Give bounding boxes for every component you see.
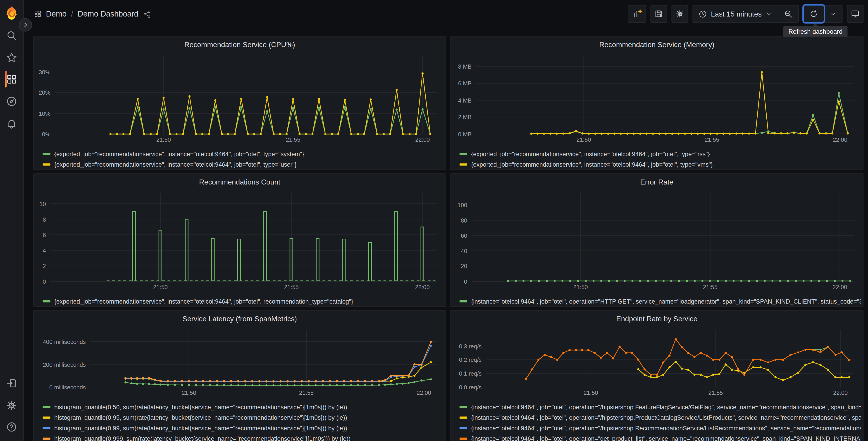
x-axis-label: 22:00 xyxy=(823,389,858,396)
y-axis-label: 0 xyxy=(36,278,46,285)
save-icon xyxy=(654,9,663,18)
cpu-chart[interactable]: 0%10%20%30%21:5021:5522:00 xyxy=(36,51,443,147)
error-rate-chart[interactable]: 02040608010021:5021:5522:00 xyxy=(453,188,861,295)
compass-icon xyxy=(6,96,17,107)
y-axis-label: 8 xyxy=(36,216,46,222)
panel-title[interactable]: Service Latency (from SpanMetrics) xyxy=(34,313,445,325)
legend-item[interactable]: {instance="otelcol:9464", job="otel", op… xyxy=(460,296,861,306)
legend-item[interactable]: histogram_quantile(0.99, sum(rate(latenc… xyxy=(42,423,443,433)
chart-canvas xyxy=(453,325,861,398)
chart-canvas xyxy=(36,51,443,145)
count-pulse xyxy=(211,239,214,281)
dashboard-settings-button[interactable] xyxy=(672,5,688,23)
breadcrumb-section[interactable]: Demo xyxy=(46,9,66,18)
x-axis-label: 21:50 xyxy=(566,136,601,143)
grafana-logo[interactable] xyxy=(4,5,20,21)
y-axis-label: 0% xyxy=(36,130,51,137)
save-dashboard-button[interactable] xyxy=(651,5,667,23)
count-pulse xyxy=(369,242,372,281)
endpoint-rate-chart[interactable]: 0.0 req/s0.1 req/s0.2 req/s0.3 req/s21:5… xyxy=(453,325,861,401)
refresh-dashboard-button[interactable] xyxy=(804,5,824,22)
sidebar-item-starred[interactable] xyxy=(5,51,18,64)
y-axis-label: 0 xyxy=(453,278,467,285)
legend-item[interactable]: {exported_job="recommendationservice", i… xyxy=(460,159,861,169)
clock-icon xyxy=(699,10,707,18)
kiosk-mode-button[interactable] xyxy=(847,5,864,23)
x-axis-label: 21:55 xyxy=(275,136,311,143)
legend: {instance="otelcol:9464", job="otel", op… xyxy=(451,402,863,441)
legend-item[interactable]: {instance="otelcol:9464", job="otel", op… xyxy=(460,402,861,412)
sidebar-item-help[interactable] xyxy=(5,420,18,434)
panel-title[interactable]: Recommendation Service (CPU%) xyxy=(34,39,445,51)
count-chart[interactable]: 024681021:5021:5522:00 xyxy=(36,188,443,295)
panel-title[interactable]: Recommendation Service (Memory) xyxy=(451,39,863,51)
y-axis-label: 40 xyxy=(453,247,467,254)
share-icon[interactable] xyxy=(143,10,151,18)
series-get_product_list xyxy=(526,339,849,379)
panel-title[interactable]: Endpoint Rate by Service xyxy=(451,313,863,325)
expand-sidebar-button[interactable] xyxy=(19,18,32,32)
legend: {instance="otelcol:9464", job="otel", op… xyxy=(451,296,863,306)
time-picker-group: Last 15 minutes xyxy=(693,5,799,23)
legend-label: {instance="otelcol:9464", job="otel", op… xyxy=(471,424,861,431)
legend-item[interactable]: {instance="otelcol:9464", job="otel", op… xyxy=(460,423,861,433)
series-vms xyxy=(531,72,848,134)
panel-title[interactable]: Recommendations Count xyxy=(34,176,445,188)
grafana-app: Demo / Demo Dashboard Last 15 minutes xyxy=(0,0,868,441)
y-axis-label: 4 xyxy=(36,247,46,254)
legend-item[interactable]: histogram_quantile(0.999, sum(rate(laten… xyxy=(42,433,443,441)
sidebar-item-explore[interactable] xyxy=(5,95,18,108)
sidebar-item-dashboards[interactable] xyxy=(5,72,18,86)
breadcrumb-page[interactable]: Demo Dashboard xyxy=(78,9,138,18)
legend-item[interactable]: {exported_job="recommendationservice", i… xyxy=(42,148,443,159)
legend-swatch xyxy=(42,437,50,439)
legend-item[interactable]: histogram_quantile(0.95, sum(rate(latenc… xyxy=(42,412,443,422)
x-axis-label: 21:50 xyxy=(171,389,207,396)
count-pulse xyxy=(185,219,188,281)
y-axis-label: 60 xyxy=(453,232,467,239)
legend-swatch xyxy=(460,416,467,418)
legend-item[interactable]: {exported_job="recommendationservice", i… xyxy=(42,296,443,306)
y-axis-label: 8 MB xyxy=(453,63,471,70)
x-axis-label: 22:00 xyxy=(405,136,440,143)
sidebar-item-alerting[interactable] xyxy=(5,117,18,130)
sign-in-icon xyxy=(6,378,17,389)
chart-canvas xyxy=(453,51,861,145)
y-axis-label: 80 xyxy=(453,217,467,224)
x-axis-label: 21:50 xyxy=(143,284,178,290)
sidebar-item-configuration[interactable] xyxy=(5,399,18,412)
panel-recommendation-cpu: Recommendation Service (CPU%) 0%10%20%30… xyxy=(33,36,446,170)
dashboards-grid-icon xyxy=(6,74,17,85)
zoom-out-time-button[interactable] xyxy=(778,5,798,22)
x-axis-label: 22:00 xyxy=(822,284,858,290)
add-panel-button[interactable] xyxy=(628,5,646,23)
x-axis-label: 21:50 xyxy=(146,136,182,143)
latency-chart[interactable]: 0 milliseconds200 milliseconds400 millis… xyxy=(36,325,443,401)
gear-icon xyxy=(6,400,17,411)
chart-canvas xyxy=(453,188,861,293)
legend-label: {exported_job="recommendationservice", i… xyxy=(54,298,353,304)
legend-swatch xyxy=(460,163,467,165)
legend-item[interactable]: {instance="otelcol:9464", job="otel", op… xyxy=(460,412,861,422)
sidebar-item-search[interactable] xyxy=(5,29,18,42)
legend-item[interactable]: {exported_job="recommendationservice", i… xyxy=(42,159,443,169)
panel-service-latency: Service Latency (from SpanMetrics) 0 mil… xyxy=(33,310,446,441)
sidebar-item-sign-in[interactable] xyxy=(5,377,18,390)
y-axis-label: 6 MB xyxy=(453,80,471,86)
legend-swatch xyxy=(42,153,50,155)
series-p99 xyxy=(126,346,431,381)
legend-swatch xyxy=(42,163,50,165)
sidebar xyxy=(0,0,24,441)
refresh-interval-dropdown[interactable] xyxy=(824,5,842,22)
legend-item[interactable]: histogram_quantile(0.50, sum(rate(latenc… xyxy=(42,402,443,412)
series-p999 xyxy=(126,342,431,381)
legend-item[interactable]: {instance="otelcol:9464", job="otel", op… xyxy=(460,433,861,441)
x-axis-label: 21:55 xyxy=(289,389,324,396)
count-pulse xyxy=(238,239,241,281)
legend-item[interactable]: {exported_job="recommendationservice", i… xyxy=(460,148,861,159)
time-range-picker[interactable]: Last 15 minutes xyxy=(693,5,778,22)
legend-label: {exported_job="recommendationservice", i… xyxy=(471,161,713,168)
memory-chart[interactable]: 0 MB2 MB4 MB6 MB8 MB21:5021:5522:00 xyxy=(453,51,861,147)
y-axis-label: 0.0 req/s xyxy=(453,384,482,390)
panel-title[interactable]: Error Rate xyxy=(451,176,863,188)
